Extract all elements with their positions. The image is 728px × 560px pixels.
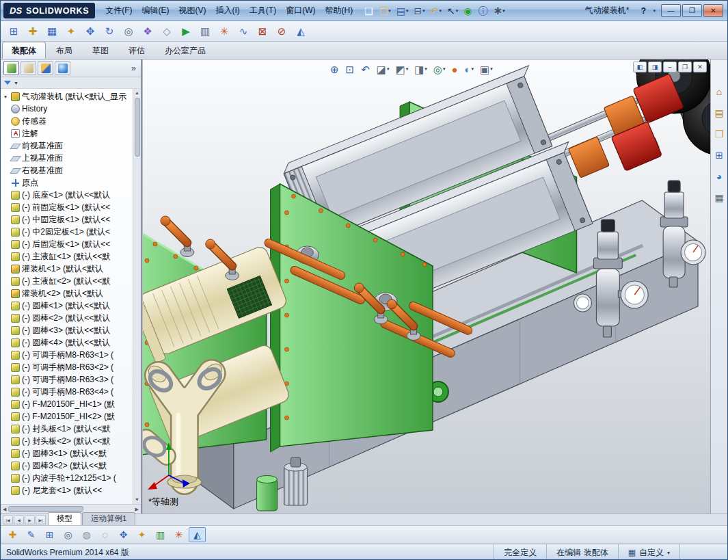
3d-model-pneumatic-filling-machine[interactable] xyxy=(143,59,710,514)
tree-item[interactable]: 原点 xyxy=(2,176,131,189)
tab-office-products[interactable]: 办公室产品 xyxy=(155,42,215,59)
close-doc-button[interactable]: ✕ xyxy=(693,62,707,72)
zoom-fit-button[interactable]: ⊕ xyxy=(327,62,342,77)
menu-item[interactable]: 文件(F) xyxy=(100,2,137,19)
mate-bottom-button[interactable]: ✚ xyxy=(4,527,21,542)
tree-item[interactable]: 灌装机<1> (默认<默认 xyxy=(2,263,131,275)
tab-sketch[interactable]: 草图 xyxy=(83,42,118,59)
hide-show-items-button[interactable]: ◎ ▾ xyxy=(431,62,448,77)
tab-assembly[interactable]: 装配体 xyxy=(2,42,46,59)
tree-item[interactable]: (-) 尼龙套<1> (默认<< xyxy=(2,484,131,496)
rebuild-button[interactable]: ◉ xyxy=(461,3,475,18)
tree-item[interactable]: (-) F-M20150F_HI<2> (默 xyxy=(2,410,131,423)
custom-status-menu[interactable]: ▦ 自定义 ▾ xyxy=(618,544,679,560)
last-tab-button[interactable]: ▶| xyxy=(36,516,46,524)
mate-button[interactable]: ✚ xyxy=(24,23,42,40)
tree-item[interactable]: (-) 圆棒3<2> (默认<<默 xyxy=(2,459,131,472)
tree-item[interactable]: (-) 底座<1> (默认<<默认 xyxy=(2,189,131,201)
tree-item[interactable]: (-) 主液缸<2> (默认<<默 xyxy=(2,275,131,287)
interference-detection-button[interactable]: ⊠ xyxy=(254,23,271,40)
menu-item[interactable]: 工具(T) xyxy=(245,2,281,19)
tree-item[interactable]: (-) 圆棒<4> (默认<<默认 xyxy=(2,336,131,349)
select-button[interactable]: ↖ ▾ xyxy=(444,3,461,18)
instant3d-bottom-button[interactable]: ◭ xyxy=(189,527,206,542)
zoom-area-button[interactable]: ⊡ xyxy=(343,62,358,77)
tree-item[interactable]: History xyxy=(2,103,131,115)
appearancemanager-tab[interactable] xyxy=(55,61,70,75)
tree-item[interactable]: (-) 封头板<1> (默认<<默 xyxy=(2,423,131,435)
tree-item[interactable]: (-) 可调手柄M8-R63<3> ( xyxy=(2,373,131,386)
scrollbar-thumb[interactable] xyxy=(135,98,140,157)
tree-item[interactable]: (-) F-M20150F_HI<1> (默 xyxy=(2,398,131,410)
file-explorer-tab[interactable]: ❒ xyxy=(712,126,727,141)
menu-item[interactable]: 视图(V) xyxy=(174,2,211,19)
graphics-area[interactable]: ⊕ ⊡ ↶ ◪ ▾ xyxy=(142,59,710,514)
filter-caret-icon[interactable]: ▼ xyxy=(14,81,18,85)
print-button[interactable]: ⊟ ▾ xyxy=(412,3,428,18)
design-library-tab[interactable]: ▤ xyxy=(712,105,727,120)
instant3d-button[interactable]: ◭ xyxy=(292,23,310,40)
tree-item[interactable]: 上视基准面 xyxy=(2,152,131,164)
restore-doc-button[interactable]: ❐ xyxy=(678,62,692,72)
scroll-right-icon[interactable]: ▶ xyxy=(135,506,139,513)
exploded-view-bottom-button[interactable]: ✳ xyxy=(170,527,187,542)
bill-of-materials-button[interactable]: ▥ xyxy=(196,23,214,40)
custom-properties-tab[interactable]: ▦ xyxy=(712,190,727,204)
assembly-visualization-button[interactable]: ▥ xyxy=(152,527,169,542)
smart-fasteners-button[interactable]: ✦ xyxy=(62,23,80,40)
open-document-button[interactable]: ❒ ▾ xyxy=(377,3,394,18)
clearance-verification-button[interactable]: ⊘ xyxy=(273,23,291,40)
tree-item[interactable]: (-) 可调手柄M8-R63<2> ( xyxy=(2,361,131,373)
assembly-features-button[interactable]: ❖ xyxy=(139,23,157,40)
linear-component-pattern-button[interactable]: ▦ xyxy=(43,23,61,40)
solidworks-resources-tab[interactable]: ⌂ xyxy=(712,84,727,98)
edit-component-button[interactable]: ✎ xyxy=(23,527,40,542)
view-orientation-button[interactable]: ◩ ▾ xyxy=(392,62,411,77)
save-button[interactable]: ▤ ▾ xyxy=(394,3,412,18)
tree-item[interactable]: (-) 中2固定板<1> (默认< xyxy=(2,226,131,238)
filter-funnel-icon[interactable] xyxy=(4,81,11,85)
tab-evaluate[interactable]: 评估 xyxy=(119,42,154,59)
tree-root-item[interactable]: ▾ 气动灌装机 (默认<默认_显示 xyxy=(2,90,131,103)
menu-item[interactable]: 编辑(E) xyxy=(137,2,174,19)
scroll-up-icon[interactable]: ▲ xyxy=(135,90,139,96)
appearances-scenes-tab[interactable]: ◕ xyxy=(712,169,727,183)
pane-left-button[interactable]: ◧ xyxy=(633,62,647,72)
change-transparency-button[interactable]: ◍ xyxy=(78,527,95,542)
tab-layout[interactable]: 布局 xyxy=(46,42,82,59)
display-style-button[interactable]: ◨ ▾ xyxy=(412,62,430,77)
view-palette-tab[interactable]: ⊞ xyxy=(712,148,727,162)
prev-tab-button[interactable]: ◀ xyxy=(14,516,24,524)
file-properties-button[interactable]: ⓘ xyxy=(476,3,491,18)
tree-item[interactable]: (-) 圆棒3<1> (默认<<默 xyxy=(2,447,131,459)
tree-item[interactable]: (-) 圆棒<1> (默认<<默认 xyxy=(2,299,131,312)
new-motion-study-button[interactable]: ▶ xyxy=(177,23,195,40)
reference-geometry-button[interactable]: ◇ xyxy=(158,23,176,40)
propertymanager-tab[interactable] xyxy=(21,61,36,75)
scroll-left-icon[interactable]: ◀ xyxy=(3,506,6,513)
close-button[interactable]: ✕ xyxy=(703,4,723,17)
menu-item[interactable]: 窗口(W) xyxy=(281,2,320,19)
smart-fasteners-bottom-button[interactable]: ✦ xyxy=(133,527,150,542)
tree-item[interactable]: (-) 主液缸<1> (默认<<默 xyxy=(2,250,131,263)
panel-overflow-chevron[interactable]: » xyxy=(129,63,138,73)
tree-item[interactable]: 右视基准面 xyxy=(2,164,131,176)
insert-components-bottom-button[interactable]: ⊞ xyxy=(41,527,58,542)
next-tab-button[interactable]: ▶ xyxy=(25,516,35,524)
menu-item[interactable]: 插入(I) xyxy=(211,2,245,19)
insert-components-button[interactable]: ⊞ xyxy=(5,23,23,40)
help-menu-caret-icon[interactable]: ▾ xyxy=(653,8,656,14)
minimize-doc-button[interactable]: – xyxy=(663,62,677,72)
configurationmanager-tab[interactable] xyxy=(38,61,53,75)
tree-item[interactable]: (-) 后固定板<1> (默认<< xyxy=(2,238,131,250)
tree-item[interactable]: (-) 圆棒<2> (默认<<默认 xyxy=(2,312,131,324)
scrollbar-thumb[interactable] xyxy=(8,506,83,512)
scroll-down-icon[interactable]: ▼ xyxy=(135,496,139,503)
tree-item[interactable]: 注解 xyxy=(2,127,131,139)
explode-line-sketch-button[interactable]: ∿ xyxy=(234,23,252,40)
tree-item[interactable]: 传感器 xyxy=(2,115,131,127)
tree-vertical-scrollbar[interactable]: ▲ ▼ xyxy=(133,89,141,504)
tree-item[interactable]: (-) 内波手轮+12x125<1> ( xyxy=(2,472,131,484)
section-view-button[interactable]: ◪ ▾ xyxy=(374,62,392,77)
tree-item[interactable]: (-) 前固定板<1> (默认<< xyxy=(2,201,131,213)
